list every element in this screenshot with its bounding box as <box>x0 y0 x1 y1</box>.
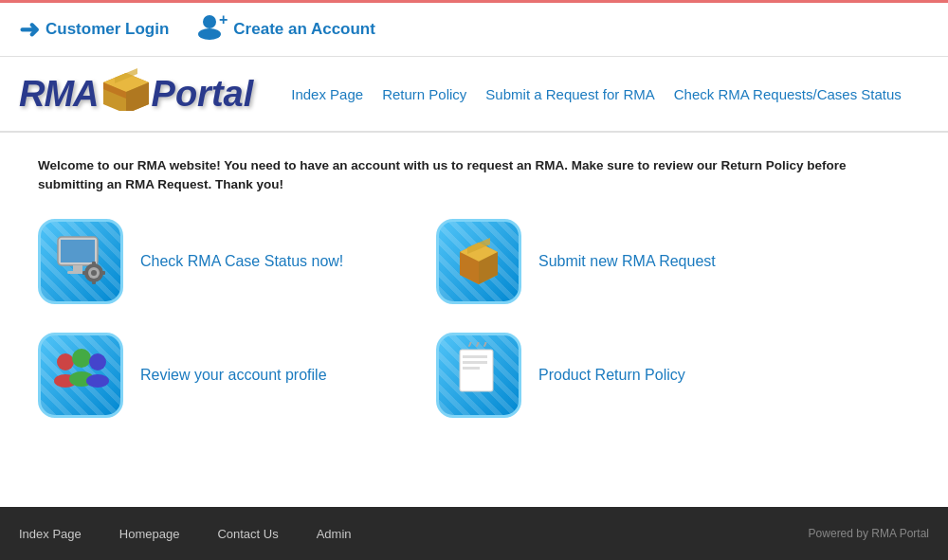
svg-point-26 <box>72 349 91 368</box>
users-icon <box>50 345 112 406</box>
action-return-policy[interactable]: Product Return Policy <box>436 333 815 418</box>
customer-login-link[interactable]: ➜ Customer Login <box>19 15 169 45</box>
logo-portal-text: Portal <box>152 74 254 115</box>
nav-return-policy[interactable]: Return Policy <box>382 86 466 102</box>
person-plus-icon: + <box>197 13 228 46</box>
account-profile-icon <box>38 333 123 418</box>
svg-point-1 <box>198 28 221 40</box>
box-icon <box>450 231 507 292</box>
svg-rect-9 <box>61 240 95 262</box>
main-content: Welcome to our RMA website! You need to … <box>0 133 948 507</box>
customer-login-label: Customer Login <box>46 20 169 39</box>
main-nav: Index Page Return Policy Submit a Reques… <box>291 86 902 102</box>
svg-point-29 <box>86 374 109 388</box>
logo-rma-text: RMA <box>19 74 99 115</box>
svg-rect-17 <box>82 271 87 275</box>
action-submit-rma[interactable]: Submit new RMA Request <box>436 219 815 304</box>
check-rma-status-label: Check RMA Case Status now! <box>140 253 343 270</box>
nav-check-rma-status[interactable]: Check RMA Requests/Cases Status <box>674 86 902 102</box>
svg-rect-15 <box>92 262 96 266</box>
create-account-link[interactable]: + Create an Account <box>197 13 375 46</box>
nav-submit-rma[interactable]: Submit a Request for RMA <box>485 86 654 102</box>
logo-box-icon <box>99 59 154 115</box>
svg-point-0 <box>203 15 216 28</box>
check-rma-status-icon <box>38 219 123 304</box>
footer-index-link[interactable]: Index Page <box>19 527 119 541</box>
footer-homepage-link[interactable]: Homepage <box>119 527 218 541</box>
login-arrow-icon: ➜ <box>19 15 40 45</box>
account-profile-label: Review your account profile <box>140 367 327 384</box>
footer: Index Page Homepage Contact Us Admin Pow… <box>0 507 948 560</box>
return-policy-label: Product Return Policy <box>538 367 685 384</box>
svg-point-24 <box>57 353 74 370</box>
svg-text:+: + <box>219 13 228 27</box>
svg-rect-33 <box>463 367 480 370</box>
nav-index-page[interactable]: Index Page <box>291 86 363 102</box>
svg-rect-16 <box>92 280 96 284</box>
welcome-text: Welcome to our RMA website! You need to … <box>38 156 891 195</box>
submit-rma-icon <box>436 219 521 304</box>
nav-bar: RMA Portal Index Page Return Policy Subm… <box>0 57 948 133</box>
svg-point-28 <box>89 353 106 370</box>
return-policy-icon <box>436 333 521 418</box>
svg-rect-10 <box>73 265 82 271</box>
submit-rma-label: Submit new RMA Request <box>538 253 716 270</box>
create-account-label: Create an Account <box>233 20 375 39</box>
footer-contact-link[interactable]: Contact Us <box>217 527 316 541</box>
logo: RMA Portal <box>19 66 253 122</box>
action-check-rma-status[interactable]: Check RMA Case Status now! <box>38 219 417 304</box>
svg-rect-31 <box>463 355 487 358</box>
footer-links: Index Page Homepage Contact Us Admin <box>19 527 809 541</box>
footer-admin-link[interactable]: Admin <box>317 527 390 541</box>
svg-point-14 <box>91 270 97 276</box>
top-bar: ➜ Customer Login + Create an Account <box>0 0 948 57</box>
action-grid: Check RMA Case Status now! Submit new RM… <box>38 219 815 418</box>
action-account-profile[interactable]: Review your account profile <box>38 333 417 418</box>
svg-rect-32 <box>463 361 487 364</box>
monitor-gear-icon <box>52 233 109 290</box>
document-icon <box>450 342 507 407</box>
footer-powered-by: Powered by RMA Portal <box>809 527 929 540</box>
svg-rect-18 <box>100 271 105 275</box>
